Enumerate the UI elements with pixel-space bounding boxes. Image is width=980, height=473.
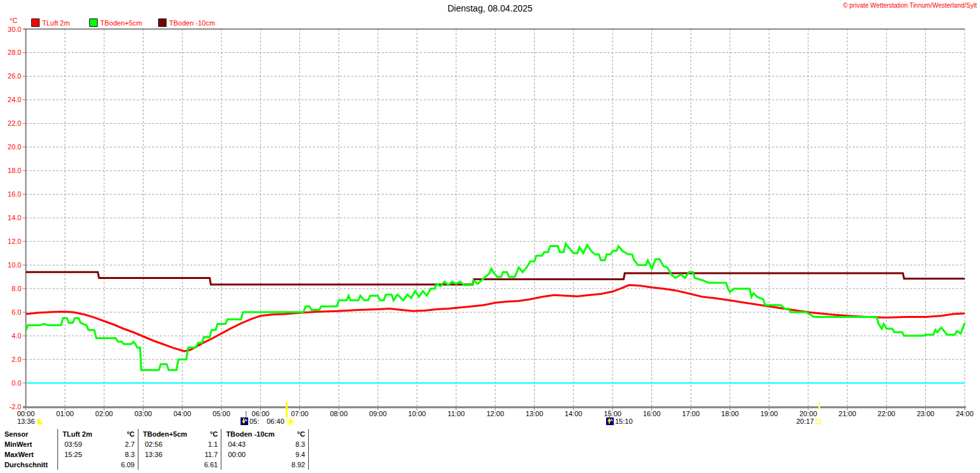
stats-col-name: TBoden -10cm: [221, 429, 278, 439]
min-time: 04:43: [221, 439, 278, 449]
moonrise-time-text: 15:10: [615, 417, 633, 425]
stats-max-row: MaxWert 15:25 8.3 13:36 11.7 00:00 9.4: [1, 449, 309, 460]
min-time: 02:56: [138, 439, 191, 449]
x-tick-label: 11:00: [448, 410, 465, 417]
stats-col-name: TBoden+5cm: [138, 429, 191, 439]
chart-plot-area: 30.028.026.024.022.020.018.016.014.012.0…: [0, 0, 980, 429]
stats-row-label: Durchschnitt: [1, 460, 58, 470]
x-tick-label: 13:00: [526, 410, 544, 417]
y-tick-label: 30.0: [8, 26, 21, 33]
x-tick-label: 03:00: [135, 410, 152, 417]
x-tick-label: 18:00: [721, 410, 739, 417]
x-tick-label: 22:00: [878, 410, 896, 417]
report-time-text: 13:36: [17, 417, 35, 425]
x-tick-label: 19:00: [761, 410, 778, 417]
y-tick-label: 22.0: [8, 119, 21, 127]
y-tick-label: 28.0: [8, 49, 21, 56]
stats-col-unit: °C: [107, 429, 138, 439]
stats-row-label: MinWert: [1, 439, 58, 449]
min-value: 1.1: [190, 439, 221, 449]
x-tick-label: 05:00: [212, 410, 230, 417]
y-tick-label: 18.0: [8, 167, 21, 174]
moonset-time-text: 05:: [249, 417, 259, 425]
x-tick-label: 17:00: [682, 410, 700, 417]
avg-value: 6.61: [190, 460, 221, 470]
y-tick-label: 6.0: [11, 308, 21, 316]
max-time: 15:25: [58, 449, 108, 460]
avg-spacer: [58, 460, 108, 470]
stats-header-row: Sensor TLuft 2m °C TBoden+5cm °C TBoden …: [1, 429, 309, 439]
x-tick-label: 16:00: [643, 410, 661, 417]
x-tick-label: 09:00: [369, 410, 387, 417]
min-value: 2.7: [107, 439, 138, 449]
x-tick-label: 12:00: [486, 410, 504, 417]
stats-col-unit: °C: [278, 429, 309, 439]
sunrise-time-text: 06:40: [267, 417, 285, 425]
stats-row-label: Sensor: [1, 429, 58, 439]
x-tick-label: 04:00: [174, 410, 191, 417]
y-tick-label: 24.0: [8, 96, 21, 103]
x-tick-label: 02:00: [95, 410, 113, 417]
moonset-icon: [241, 417, 248, 425]
y-tick-label: 10.0: [8, 261, 21, 269]
max-time: 13:36: [138, 449, 191, 460]
y-tick-label: 12.0: [8, 237, 21, 245]
stats-min-row: MinWert 03:59 2.7 02:56 1.1 04:43 8.3: [1, 439, 309, 449]
x-tick-label: 14:00: [565, 410, 583, 417]
y-tick-label: 16.0: [8, 190, 21, 198]
moonrise-icon: [606, 417, 614, 425]
x-tick-label: 24:00: [956, 410, 974, 417]
stats-avg-row: Durchschnitt 6.09 6.61 8.92: [1, 460, 309, 470]
annotation-sunset: 20:17: [796, 417, 821, 426]
stats-table: Sensor TLuft 2m °C TBoden+5cm °C TBoden …: [1, 429, 309, 470]
y-tick-label: 14.0: [8, 214, 21, 221]
avg-spacer: [138, 460, 191, 470]
stats-row-label: MaxWert: [1, 449, 58, 460]
x-tick-label: 10:00: [408, 410, 426, 417]
avg-spacer: [221, 460, 278, 470]
sunset-icon: [815, 419, 821, 424]
sun-icon: [286, 417, 295, 426]
sunset-time-text: 20:17: [796, 417, 814, 425]
x-tick-label: 08:00: [330, 410, 348, 417]
x-tick-label: 01:00: [56, 410, 74, 417]
x-tick-label: 23:00: [917, 410, 935, 417]
y-tick-label: 4.0: [11, 332, 21, 340]
moon-icon: [36, 418, 47, 425]
x-tick-label: 21:00: [838, 410, 856, 417]
annotation-sunrise: 06:40: [267, 417, 295, 426]
avg-value: 6.09: [107, 460, 138, 470]
y-tick-label: 8.0: [11, 285, 21, 292]
y-tick-label: 2.0: [11, 356, 21, 363]
stats-col-name: TLuft 2m: [58, 429, 108, 439]
y-tick-label: 0.0: [11, 379, 21, 387]
y-tick-label: 26.0: [8, 72, 21, 80]
avg-value: 8.92: [278, 460, 309, 470]
annotation-moonrise: 15:10: [606, 417, 633, 426]
annotation-moonset: 05:: [241, 417, 259, 426]
min-time: 03:59: [58, 439, 108, 449]
stats-col-unit: °C: [190, 429, 221, 439]
max-value: 8.3: [107, 449, 138, 460]
max-value: 11.7: [190, 449, 221, 460]
max-value: 9.4: [278, 449, 309, 460]
min-value: 8.3: [278, 439, 309, 449]
annotation-report-time: 13:36: [17, 417, 47, 426]
weather-chart-page: Dienstag, 08.04.2025 © private Wettersta…: [0, 0, 980, 473]
max-time: 00:00: [221, 449, 278, 460]
y-tick-label: 20.0: [8, 143, 21, 151]
